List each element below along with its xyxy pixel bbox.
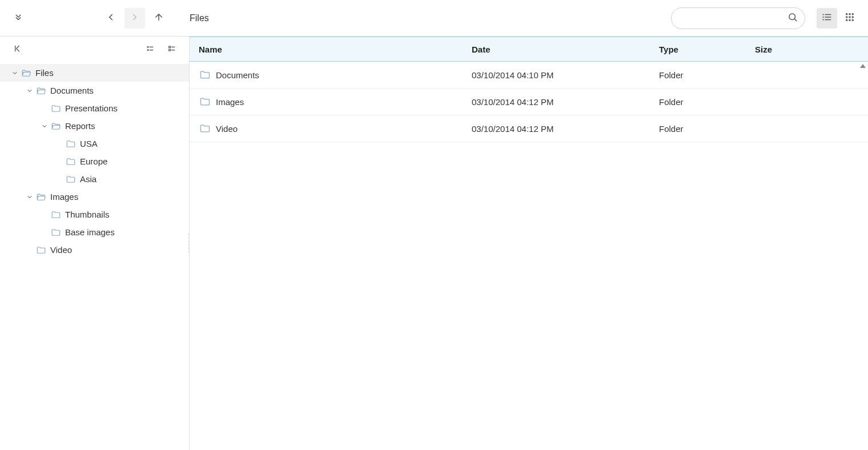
tree-toggle-placeholder [55,139,64,148]
column-header-type[interactable]: Type [659,45,755,54]
folder-icon [65,138,77,150]
tree-toggle[interactable] [10,69,19,78]
tree-node[interactable]: Thumbnails [0,206,189,223]
folder-icon [50,227,62,238]
grid-header: Name Date Type Size [190,37,868,62]
arrow-up-icon [154,12,164,24]
tree-node[interactable]: Files [0,64,189,82]
folder-icon [199,95,211,108]
chevron-right-icon [130,12,140,24]
folder-icon [199,69,211,81]
file-list-panel: Name Date Type Size Documents03/10/2014 … [190,37,868,450]
tree-node-label: Images [50,192,78,202]
file-row[interactable]: Video03/10/2014 04:12 PMFolder [190,115,868,142]
tree-node[interactable]: Base images [0,223,189,241]
nav-back-button[interactable] [101,8,121,29]
folder-tree-panel: FilesDocumentsPresentationsReportsUSAEur… [0,37,190,450]
grid-icon [845,12,855,24]
search-field-wrap[interactable] [671,7,805,29]
collapse-all-button[interactable] [142,41,158,57]
file-name: Images [216,97,244,107]
file-name: Video [216,124,238,134]
tree-node-label: Europe [80,156,107,166]
file-date: 03/10/2014 04:12 PM [472,124,659,134]
folder-open-icon [35,191,47,203]
file-row[interactable]: Documents03/10/2014 04:10 PMFolder [190,62,868,89]
column-header-date[interactable]: Date [472,45,659,54]
folder-icon [50,103,62,114]
file-type: Folder [659,97,755,107]
tree-toggle[interactable] [25,192,34,202]
file-type: Folder [659,124,755,134]
file-row[interactable]: Images03/10/2014 04:12 PMFolder [190,89,868,115]
tree-node[interactable]: Europe [0,152,189,170]
file-name: Documents [216,70,259,80]
nav-up-button[interactable] [148,8,169,29]
view-details-button[interactable] [817,8,837,29]
tree-toggle[interactable] [25,86,34,95]
tree-node-label: Video [50,245,72,255]
search-input[interactable] [678,13,787,23]
tree-toggle-placeholder [55,175,64,184]
tree-node[interactable]: Video [0,241,189,259]
tree-node-label: Presentations [65,103,118,113]
tree-node-label: USA [80,139,98,148]
tree-node[interactable]: Reports [0,117,189,135]
folder-icon [50,209,62,220]
tree-toggle-placeholder [55,157,64,166]
tree-toggle-placeholder [40,104,49,113]
tree-node[interactable]: Documents [0,82,189,99]
tree-toggle[interactable] [40,122,49,131]
tree-node[interactable]: Presentations [0,99,189,117]
expand-all-button[interactable] [164,41,180,57]
column-header-name[interactable]: Name [190,45,472,54]
tree-toolbar [0,37,189,62]
folder-icon [199,122,211,135]
tree-node-label: Asia [80,174,97,184]
folder-open-icon [35,85,47,97]
tree-node[interactable]: Asia [0,170,189,188]
search-icon [787,12,798,24]
folder-open-icon [50,120,62,132]
view-thumbnails-button[interactable] [839,8,860,29]
tree-toggle-placeholder [40,228,49,237]
expand-toolbar-button[interactable] [8,8,29,29]
breadcrumb[interactable]: Files [190,13,209,23]
folder-tree[interactable]: FilesDocumentsPresentationsReportsUSAEur… [0,62,189,261]
folder-icon [65,174,77,185]
folder-open-icon [21,67,32,79]
scroll-up-hint-icon [860,64,866,68]
chevrons-down-icon [13,12,23,24]
file-date: 03/10/2014 04:10 PM [472,70,659,80]
collapse-all-icon [146,44,155,55]
nav-forward-button[interactable] [124,8,145,29]
tree-node[interactable]: USA [0,135,189,152]
tree-node-label: Base images [65,227,115,237]
tree-node-label: Files [35,68,54,78]
list-icon [822,12,832,24]
folder-icon [35,244,47,256]
file-list[interactable]: Documents03/10/2014 04:10 PMFolderImages… [190,62,868,450]
folder-icon [65,156,77,167]
main-toolbar: Files [0,0,868,37]
tree-toggle-placeholder [25,246,34,255]
expand-all-icon [167,44,176,55]
column-header-size[interactable]: Size [755,45,868,54]
tree-scroll-to-start-button[interactable] [9,41,25,57]
chevron-left-icon [106,12,116,24]
tree-node[interactable]: Images [0,188,189,206]
file-date: 03/10/2014 04:12 PM [472,97,659,107]
tree-node-label: Documents [50,86,94,95]
goto-start-icon [13,44,22,55]
tree-node-label: Reports [65,121,95,131]
file-type: Folder [659,70,755,80]
tree-node-label: Thumbnails [65,210,110,219]
tree-toggle-placeholder [40,210,49,219]
